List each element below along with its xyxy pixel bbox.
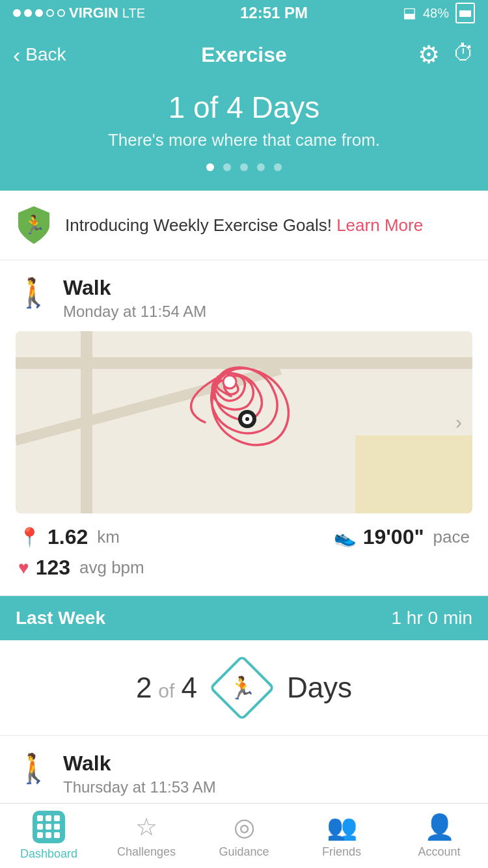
activity-header: 🚶 Walk Monday at 11:54 AM xyxy=(16,276,472,321)
pace-unit: pace xyxy=(433,527,470,547)
dot-indicator-1 xyxy=(206,163,214,171)
lw-count-display: 2 of 4 xyxy=(136,671,197,704)
weekly-goals-text: Introducing Weekly Exercise Goals! Learn… xyxy=(65,213,423,237)
nav-bar: ‹ Back Exercise ⚙ ⏱ xyxy=(0,26,488,83)
location-icon: 📍 xyxy=(18,526,41,548)
svg-point-4 xyxy=(223,375,236,388)
heartrate-row: ♥ 123 avg bpm xyxy=(16,556,472,580)
time-display: 12:51 PM xyxy=(240,4,308,22)
guidance-icon: ◎ xyxy=(234,813,255,841)
walk-icon: 🚶 xyxy=(16,276,51,310)
days-label: Days xyxy=(287,671,352,704)
distance-stat: 📍 1.62 km xyxy=(18,525,120,549)
exercise-diamond-icon: 🏃 xyxy=(213,658,271,717)
map-background xyxy=(16,331,472,513)
svg-point-3 xyxy=(245,417,249,421)
nav-label-challenges: Challenges xyxy=(117,845,176,859)
route-path xyxy=(16,331,472,513)
dot-indicator-2 xyxy=(223,163,231,171)
days-count: 1 of 4 Days xyxy=(0,90,488,125)
pace-value: 19'00" xyxy=(363,525,424,549)
gear-icon[interactable]: ⚙ xyxy=(418,40,440,69)
battery-percent: 48% xyxy=(423,6,449,21)
activity-stats-row: 📍 1.62 km 👟 19'00" pace xyxy=(16,525,472,549)
dot-indicator-4 xyxy=(257,163,265,171)
distance-value: 1.62 xyxy=(47,525,88,549)
nav-label-dashboard: Dashboard xyxy=(20,847,77,861)
carrier-text: VIRGIN xyxy=(69,5,118,21)
back-label: Back xyxy=(25,44,66,65)
challenges-icon: ☆ xyxy=(135,813,157,841)
svg-text:🏃: 🏃 xyxy=(23,214,46,236)
days-completed: 2 xyxy=(136,671,152,704)
nav-item-challenges[interactable]: ☆ Challenges xyxy=(98,804,195,868)
nav-item-guidance[interactable]: ◎ Guidance xyxy=(195,804,293,868)
weekly-goals-banner: 🏃 Introducing Weekly Exercise Goals! Lea… xyxy=(0,191,488,260)
back-chevron-icon: ‹ xyxy=(13,42,20,68)
nav-label-friends: Friends xyxy=(322,845,361,859)
days-text: 1 of 4 Days xyxy=(169,90,320,124)
nav-label-account: Account xyxy=(418,845,460,859)
lw-activity-type: Walk xyxy=(63,752,216,776)
status-left: VIRGIN LTE xyxy=(13,5,145,21)
bottom-navigation: Dashboard ☆ Challenges ◎ Guidance 👥 Frie… xyxy=(0,803,488,868)
battery-icon xyxy=(455,3,475,23)
dot-3 xyxy=(35,9,43,17)
map-expand-chevron[interactable]: › xyxy=(455,411,462,433)
lw-walk-icon: 🚶 xyxy=(16,752,51,785)
activity-timestamp: Monday at 11:54 AM xyxy=(63,303,206,321)
last-week-duration: 1 hr 0 min xyxy=(392,608,473,629)
bpm-unit: avg bpm xyxy=(79,558,144,578)
dot-indicator-5 xyxy=(274,163,282,171)
nav-icons: ⚙ ⏱ xyxy=(418,40,475,69)
current-week-activity: 🚶 Walk Monday at 11:54 AM xyxy=(0,260,488,596)
dashboard-icon xyxy=(33,811,65,843)
dot-1 xyxy=(13,9,21,17)
nav-item-account[interactable]: 👤 Account xyxy=(390,804,488,868)
dot-5 xyxy=(57,9,65,17)
status-bar: VIRGIN LTE 12:51 PM ⬓ 48% xyxy=(0,0,488,26)
heart-icon: ♥ xyxy=(18,558,29,578)
account-icon: 👤 xyxy=(424,813,455,841)
page-indicator xyxy=(0,163,488,171)
pace-stat: 👟 19'00" pace xyxy=(334,525,470,549)
shoe-icon: 👟 xyxy=(334,526,357,548)
learn-more-link[interactable]: Learn More xyxy=(336,215,423,235)
last-week-section-header: Last Week 1 hr 0 min xyxy=(0,596,488,640)
last-week-label: Last Week xyxy=(16,608,105,629)
days-total: 4 xyxy=(181,671,197,704)
network-text: LTE xyxy=(122,6,145,21)
bluetooth-icon: ⬓ xyxy=(403,5,416,21)
lw-activity-info: Walk Thursday at 11:53 AM xyxy=(63,752,216,796)
signal-dots xyxy=(13,9,65,17)
activity-type: Walk xyxy=(63,276,206,300)
dot-4 xyxy=(46,9,54,17)
friends-icon: 👥 xyxy=(327,813,357,841)
hero-section: 1 of 4 Days There's more where that came… xyxy=(0,83,488,191)
lw-activity-header: 🚶 Walk Thursday at 11:53 AM xyxy=(16,752,472,796)
activity-map[interactable]: › xyxy=(16,331,472,513)
dot-2 xyxy=(24,9,32,17)
distance-unit: km xyxy=(97,527,120,547)
last-week-summary: 2 of 4 🏃 Days xyxy=(0,640,488,736)
runner-icon: 🏃 xyxy=(228,675,256,701)
nav-item-friends[interactable]: 👥 Friends xyxy=(293,804,390,868)
lw-activity-timestamp: Thursday at 11:53 AM xyxy=(63,778,216,796)
exercise-shield-icon: 🏃 xyxy=(16,205,52,245)
bpm-value: 123 xyxy=(36,556,70,580)
nav-label-guidance: Guidance xyxy=(219,845,269,859)
dot-indicator-3 xyxy=(240,163,248,171)
page-title: Exercise xyxy=(201,43,287,67)
hero-subtitle: There's more where that came from. xyxy=(0,130,488,150)
stopwatch-icon[interactable]: ⏱ xyxy=(453,40,475,69)
status-right: ⬓ 48% xyxy=(403,3,475,23)
back-button[interactable]: ‹ Back xyxy=(13,42,66,68)
of-text: of xyxy=(158,680,174,702)
nav-item-dashboard[interactable]: Dashboard xyxy=(0,804,98,868)
weekly-main-text: Introducing Weekly Exercise Goals! xyxy=(65,215,332,235)
activity-info: Walk Monday at 11:54 AM xyxy=(63,276,206,321)
